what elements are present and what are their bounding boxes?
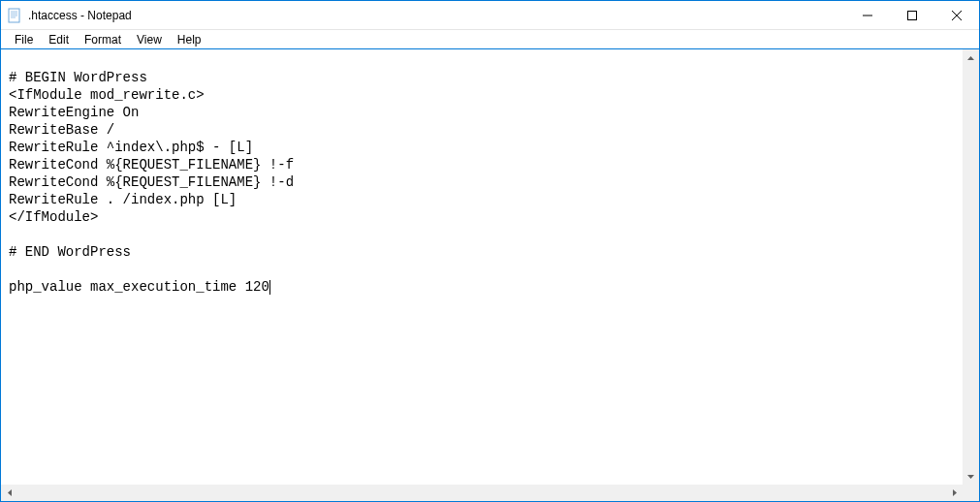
notepad-icon bbox=[7, 8, 22, 23]
vertical-scrollbar[interactable] bbox=[963, 49, 979, 485]
window-title: .htaccess - Notepad bbox=[28, 9, 132, 22]
svg-marker-10 bbox=[967, 475, 974, 479]
titlebar[interactable]: .htaccess - Notepad bbox=[1, 1, 979, 30]
horizontal-scrollbar[interactable] bbox=[1, 485, 963, 501]
minimize-button[interactable] bbox=[845, 1, 890, 30]
scroll-up-arrow-icon[interactable] bbox=[963, 49, 979, 66]
svg-marker-12 bbox=[953, 489, 957, 496]
vertical-scroll-track[interactable] bbox=[963, 66, 979, 468]
menu-edit[interactable]: Edit bbox=[41, 31, 77, 48]
text-caret bbox=[269, 280, 270, 295]
scroll-down-arrow-icon[interactable] bbox=[963, 468, 979, 485]
svg-rect-6 bbox=[908, 12, 917, 20]
horizontal-scroll-track[interactable] bbox=[17, 485, 946, 501]
scroll-corner bbox=[963, 485, 979, 501]
svg-marker-11 bbox=[8, 489, 12, 496]
text-editor[interactable]: # BEGIN WordPress <IfModule mod_rewrite.… bbox=[1, 49, 963, 485]
editor-area: # BEGIN WordPress <IfModule mod_rewrite.… bbox=[1, 49, 979, 501]
menu-view[interactable]: View bbox=[129, 31, 170, 48]
scroll-right-arrow-icon[interactable] bbox=[946, 485, 963, 501]
svg-marker-9 bbox=[967, 56, 974, 60]
menu-help[interactable]: Help bbox=[170, 31, 209, 48]
maximize-button[interactable] bbox=[890, 1, 934, 30]
editor-text: # BEGIN WordPress <IfModule mod_rewrite.… bbox=[9, 70, 294, 295]
menubar: File Edit Format View Help bbox=[1, 30, 979, 49]
menu-file[interactable]: File bbox=[7, 31, 41, 48]
menu-format[interactable]: Format bbox=[77, 31, 129, 48]
window-controls bbox=[845, 1, 979, 30]
scroll-left-arrow-icon[interactable] bbox=[1, 485, 17, 501]
close-button[interactable] bbox=[934, 1, 979, 30]
